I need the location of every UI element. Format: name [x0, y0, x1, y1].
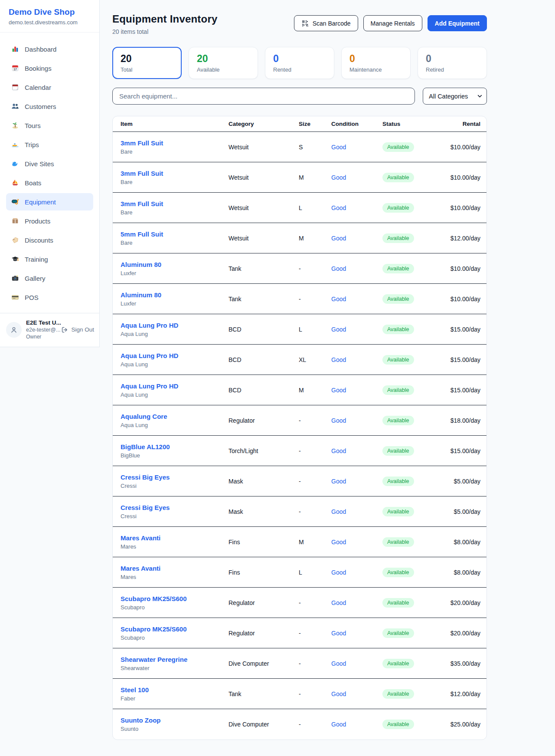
condition-link[interactable]: Good	[331, 539, 382, 546]
sidebar-item-discounts[interactable]: Discounts	[6, 231, 93, 249]
sidebar-item-trips[interactable]: Trips	[6, 136, 93, 153]
stat-card-maintenance[interactable]: 0 Maintenance	[341, 47, 411, 79]
condition-link[interactable]: Good	[331, 569, 382, 576]
item-name-link[interactable]: Aqualung Core	[121, 413, 229, 420]
condition-link[interactable]: Good	[331, 478, 382, 485]
item-name-link[interactable]: Steel 100	[121, 686, 229, 694]
size-cell: -	[299, 690, 331, 697]
sidebar-item-customers[interactable]: Customers	[6, 98, 93, 115]
item-name-link[interactable]: Mares Avanti	[121, 565, 229, 572]
condition-link[interactable]: Good	[331, 387, 382, 394]
item-name-link[interactable]: Aluminum 80	[121, 291, 229, 299]
item-cell: Cressi Big Eyes Cressi	[121, 504, 229, 519]
sidebar-item-boats[interactable]: Boats	[6, 174, 93, 191]
equipment-table: Item Category Size Condition Status Rent…	[112, 116, 487, 740]
status-badge: Available	[382, 203, 414, 213]
sidebar-item-gallery[interactable]: Gallery	[6, 270, 93, 287]
item-brand: Luxfer	[121, 300, 229, 307]
item-cell: Cressi Big Eyes Cressi	[121, 473, 229, 489]
search-input[interactable]	[112, 88, 415, 105]
item-name-link[interactable]: Aqua Lung Pro HD	[121, 322, 229, 329]
sidebar-item-calendar[interactable]: Calendar	[6, 79, 93, 96]
item-name-link[interactable]: BigBlue AL1200	[121, 443, 229, 450]
item-name-link[interactable]: Aqua Lung Pro HD	[121, 352, 229, 359]
item-cell: Aqualung Core Aqua Lung	[121, 413, 229, 428]
item-cell: Shearwater Peregrine Shearwater	[121, 656, 229, 671]
manage-rentals-button[interactable]: Manage Rentals	[363, 15, 422, 31]
item-cell: Suunto Zoop Suunto	[121, 717, 229, 732]
item-name-link[interactable]: Scubapro MK25/S600	[121, 625, 229, 633]
stat-card-available[interactable]: 20 Available	[189, 47, 258, 79]
condition-link[interactable]: Good	[331, 174, 382, 181]
condition-link[interactable]: Good	[331, 660, 382, 667]
sidebar-item-products[interactable]: Products	[6, 212, 93, 230]
status-badge: Available	[382, 325, 414, 334]
scan-barcode-label: Scan Barcode	[313, 20, 351, 27]
item-name-link[interactable]: Suunto Zoop	[121, 717, 229, 724]
stat-card-rented[interactable]: 0 Rented	[265, 47, 334, 79]
wave-icon	[11, 160, 19, 168]
status-cell: Available	[382, 385, 447, 395]
sidebar-item-dive-sites[interactable]: Dive Sites	[6, 155, 93, 172]
item-name-link[interactable]: Aqua Lung Pro HD	[121, 382, 229, 390]
condition-link[interactable]: Good	[331, 508, 382, 515]
condition-link[interactable]: Good	[331, 599, 382, 606]
item-brand: Shearwater	[121, 665, 229, 671]
island-icon	[11, 122, 19, 129]
stat-label: Maintenance	[349, 66, 402, 73]
status-cell: Available	[382, 203, 447, 213]
item-name-link[interactable]: 3mm Full Suit	[121, 139, 229, 147]
sidebar-item-pos[interactable]: POS	[6, 289, 93, 306]
sidebar-item-bookings[interactable]: 17 Bookings	[6, 59, 93, 77]
condition-link[interactable]: Good	[331, 296, 382, 302]
condition-link[interactable]: Good	[331, 204, 382, 211]
condition-link[interactable]: Good	[331, 447, 382, 454]
stat-label: Retired	[426, 66, 479, 73]
add-equipment-button[interactable]: Add Equipment	[428, 15, 487, 31]
rental-cell: $20.00/day	[447, 599, 480, 606]
size-cell: S	[299, 144, 331, 151]
condition-link[interactable]: Good	[331, 235, 382, 242]
sidebar-item-tours[interactable]: Tours	[6, 117, 93, 134]
item-name-link[interactable]: Mares Avanti	[121, 534, 229, 542]
stat-card-retired[interactable]: 0 Retired	[418, 47, 487, 79]
condition-link[interactable]: Good	[331, 690, 382, 697]
sign-out-button[interactable]: Sign Out	[61, 326, 94, 334]
condition-link[interactable]: Good	[331, 721, 382, 728]
item-name-link[interactable]: 3mm Full Suit	[121, 200, 229, 207]
rental-cell: $35.00/day	[447, 660, 480, 667]
rental-cell: $12.00/day	[447, 235, 480, 242]
category-select[interactable]: All Categories	[423, 88, 487, 105]
table-row: Scubapro MK25/S600 Scubapro Regulator - …	[113, 618, 486, 648]
sidebar-item-equipment[interactable]: Equipment	[6, 193, 93, 210]
status-cell: Available	[382, 720, 447, 729]
item-name-link[interactable]: Cressi Big Eyes	[121, 504, 229, 511]
condition-link[interactable]: Good	[331, 265, 382, 272]
condition-link[interactable]: Good	[331, 630, 382, 637]
item-name-link[interactable]: Scubapro MK25/S600	[121, 595, 229, 602]
status-badge: Available	[382, 568, 414, 577]
stat-card-total[interactable]: 20 Total	[112, 47, 182, 79]
scan-barcode-button[interactable]: Scan Barcode	[294, 15, 358, 31]
item-name-link[interactable]: Cressi Big Eyes	[121, 473, 229, 481]
item-brand: Cressi	[121, 483, 229, 489]
item-name-link[interactable]: 5mm Full Suit	[121, 230, 229, 238]
item-cell: 3mm Full Suit Bare	[121, 200, 229, 216]
col-status: Status	[382, 121, 447, 127]
user-info: E2E Test U... e2e-tester@... Owner	[26, 319, 56, 340]
size-cell: L	[299, 569, 331, 576]
item-name-link[interactable]: Shearwater Peregrine	[121, 656, 229, 663]
item-name-link[interactable]: Aluminum 80	[121, 261, 229, 268]
item-cell: Scubapro MK25/S600 Scubapro	[121, 595, 229, 611]
status-cell: Available	[382, 568, 447, 577]
condition-link[interactable]: Good	[331, 417, 382, 424]
item-name-link[interactable]: 3mm Full Suit	[121, 170, 229, 177]
sidebar-item-training[interactable]: Training	[6, 250, 93, 268]
sidebar-item-dashboard[interactable]: Dashboard	[6, 40, 93, 58]
condition-link[interactable]: Good	[331, 356, 382, 363]
table-row: BigBlue AL1200 BigBlue Torch/Light - Goo…	[113, 436, 486, 466]
table-row: 3mm Full Suit Bare Wetsuit L Good Availa…	[113, 193, 486, 223]
condition-link[interactable]: Good	[331, 326, 382, 333]
condition-link[interactable]: Good	[331, 144, 382, 151]
item-cell: Mares Avanti Mares	[121, 565, 229, 580]
